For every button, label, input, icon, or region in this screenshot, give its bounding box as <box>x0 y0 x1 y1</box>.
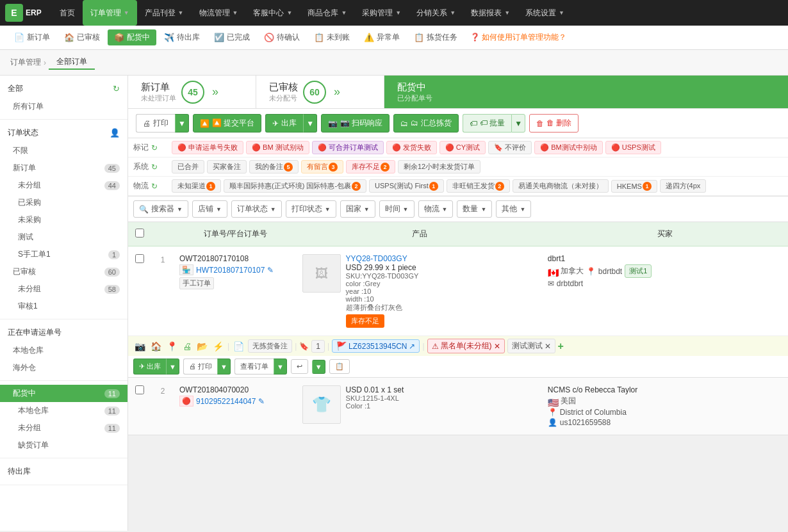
sidebar-status-unlimited[interactable]: 不限 <box>0 142 127 159</box>
nav-distribution[interactable]: 分销关系 ▼ <box>409 0 463 26</box>
help-button[interactable]: ❓ 如何使用订单管理功能？ <box>470 32 566 43</box>
row1-product-name[interactable]: YYQ28-TD003GY <box>346 254 538 263</box>
outbound-button[interactable]: ✈ 出库 <box>265 114 303 133</box>
sidebar-shipping-local[interactable]: 本地仓库 <box>0 342 127 359</box>
sidebar-status-new[interactable]: 新订单 45 <box>0 159 127 177</box>
row1-action-print[interactable]: 🖨 <box>181 341 193 351</box>
subnav-pick-task[interactable]: 📋 拣货任务 <box>407 29 464 45</box>
remove-tag-icon[interactable]: ✕ <box>545 342 551 351</box>
tag-12h-unsent[interactable]: 剩余12小时未发货订单 <box>398 160 480 173</box>
tag-4px[interactable]: 递四方(4px <box>660 179 706 193</box>
nav-product-listing[interactable]: 产品刊登 ▼ <box>137 0 192 26</box>
tag-cy-test[interactable]: 🔴 CY测试 <box>439 141 486 154</box>
logistics-dropdown[interactable]: 物流 ▼ <box>418 200 454 218</box>
quantity-dropdown[interactable]: 数量 ▼ <box>457 200 492 218</box>
subnav-not-arrived[interactable]: 📋 未到账 <box>308 29 356 45</box>
outbound-dropdown[interactable]: ▼ <box>303 114 317 133</box>
tag-merged[interactable]: 已合并 <box>172 160 204 173</box>
collect-button[interactable]: 🗂 🗂 汇总拣货 <box>393 114 458 133</box>
delete-button[interactable]: 🗑 🗑 删除 <box>529 114 579 133</box>
breadcrumb-parent[interactable]: 订单管理 <box>10 57 41 68</box>
tag-merge-test[interactable]: 🔴 可合并订单测试 <box>312 141 384 154</box>
sidebar-status-icon[interactable]: 👤 <box>110 128 120 138</box>
row2-platform-link[interactable]: 91029522144047 <box>196 397 256 406</box>
row1-action-note[interactable]: 📄 <box>232 341 245 351</box>
row2-checkbox[interactable] <box>128 383 151 399</box>
row1-outbound-btn[interactable]: ✈ 出库 <box>133 359 166 375</box>
tag-message[interactable]: 有留言3 <box>301 160 343 173</box>
print-button[interactable]: 🖨 打印 <box>136 114 175 133</box>
tag-stock-out[interactable]: 库存不足2 <box>346 160 395 173</box>
nav-logistics[interactable]: 物流管理 ▼ <box>192 0 246 26</box>
country-dropdown[interactable]: 国家 ▼ <box>340 200 375 218</box>
row1-platform-link[interactable]: HWT201807170107 <box>196 266 265 275</box>
row1-view-btn[interactable]: 查看订单 <box>234 359 274 375</box>
tag-sf-express[interactable]: 顺丰国际持惠(正式环境) 国际特惠-包裹2 <box>224 179 366 193</box>
tag-ship-fail[interactable]: 🔴 发货失败 <box>386 141 437 154</box>
print-status-dropdown[interactable]: 打印状态 ▼ <box>286 200 336 218</box>
nav-warehouse[interactable]: 商品仓库 ▼ <box>300 0 354 26</box>
sidebar-status-test[interactable]: 测试 <box>0 229 127 246</box>
sidebar-distributing-ungroup[interactable]: 未分组 11 <box>0 419 127 437</box>
sidebar-status-reviewed[interactable]: 已审核 60 <box>0 263 127 280</box>
row1-print-btn[interactable]: 🖨 打印 <box>183 359 217 375</box>
subnav-new-order[interactable]: 📄 新订单 <box>8 29 56 45</box>
row1-outbound-dropdown[interactable]: ▼ <box>166 359 179 375</box>
sidebar-status-purchased[interactable]: 已采购 <box>0 194 127 211</box>
sidebar-distributing-local[interactable]: 本地仓库 11 <box>0 402 127 419</box>
store-dropdown[interactable]: 店铺 ▼ <box>192 200 227 218</box>
search-dropdown[interactable]: 🔍 搜索器 ▼ <box>133 200 188 218</box>
bookmark-icon[interactable]: 🔖 <box>299 342 309 351</box>
scan-button[interactable]: 📷 📷 扫码响应 <box>321 114 390 133</box>
subnav-abnormal[interactable]: ⚠️ 异常单 <box>357 29 406 45</box>
tag-my-note[interactable]: 我的备注5 <box>249 160 299 173</box>
tag-unknown-channel[interactable]: 未知渠道1 <box>172 179 221 193</box>
sidebar-distributing-header[interactable]: 配货中 11 <box>0 385 127 402</box>
subnav-distributing[interactable]: 📦 配货中 <box>108 29 156 45</box>
subnav-reviewed[interactable]: 🏠 已审核 <box>58 29 106 45</box>
sidebar-distributing-shortage[interactable]: 缺货订单 <box>0 437 127 454</box>
logistics-refresh-icon[interactable]: ↻ <box>151 182 158 191</box>
tag-buyer-note[interactable]: 买家备注 <box>207 160 247 173</box>
row1-view-dropdown[interactable]: ▼ <box>274 359 287 375</box>
sidebar-status-not-purchased[interactable]: 未采购 <box>0 211 127 229</box>
nav-customer-service[interactable]: 客服中心 ▼ <box>245 0 300 26</box>
row1-tracking-link[interactable]: ↗ <box>409 342 415 351</box>
sidebar-status-reviewed-ungroup[interactable]: 未分组 58 <box>0 280 127 298</box>
subnav-pending-outbound[interactable]: ✈️ 待出库 <box>158 29 206 45</box>
nav-order-management[interactable]: 订单管理 ▼ <box>83 0 137 26</box>
time-dropdown[interactable]: 时间 ▼ <box>379 200 415 218</box>
row1-edit-icon[interactable]: ✎ <box>267 266 274 275</box>
sidebar-item-all-orders[interactable]: 所有订单 <box>0 98 127 115</box>
row1-action-camera[interactable]: 📷 <box>133 341 147 351</box>
select-all-checkbox[interactable] <box>135 229 144 238</box>
sidebar-status-ungroup[interactable]: 未分组 44 <box>0 177 127 194</box>
tag-non-wangxiao[interactable]: 非旺销王发货2 <box>447 179 510 193</box>
row1-back-btn[interactable]: ↩ <box>291 359 308 374</box>
submit-platform-button[interactable]: 🔼 🔼 提交平台 <box>193 114 261 133</box>
tag-usps-test[interactable]: 🔴 USPS测试 <box>605 141 661 154</box>
nav-procurement[interactable]: 采购管理 ▼ <box>354 0 409 26</box>
sidebar-refresh-icon[interactable]: ↻ <box>113 84 120 93</box>
sidebar-status-manual[interactable]: S手工单1 1 <box>0 246 127 263</box>
nav-reports[interactable]: 数据报表 ▼ <box>463 0 518 26</box>
row1-tracking-num[interactable]: 🚩 LZ623513945CN ↗ <box>332 339 420 353</box>
tag-apply-fail[interactable]: 🔴 申请运单号失败 <box>172 141 243 154</box>
tag-hkems[interactable]: HKEMS1 <box>611 180 657 193</box>
row1-copy-btn[interactable]: 📋 <box>329 359 350 374</box>
row1-action-lightning[interactable]: ⚡ <box>211 341 225 351</box>
refresh-icon[interactable]: ↻ <box>151 143 158 152</box>
row1-action-folder[interactable]: 📂 <box>195 341 209 351</box>
row1-print-dropdown[interactable]: ▼ <box>217 359 231 375</box>
row1-add-label[interactable]: + <box>558 341 564 352</box>
row1-test-tag[interactable]: 测试测试 ✕ <box>507 339 555 353</box>
row1-blacklist[interactable]: ⚠ 黑名单(未分组) ✕ <box>427 339 505 353</box>
row1-stock-status[interactable]: 库存不足 <box>346 314 384 328</box>
subnav-pending-confirm[interactable]: 🚫 待确认 <box>258 29 306 45</box>
row1-back-dropdown[interactable]: ▼ <box>312 360 325 374</box>
nav-settings[interactable]: 系统设置 ▼ <box>518 0 572 26</box>
batch-button[interactable]: 🏷 🏷 批量 <box>463 114 511 133</box>
remove-icon[interactable]: ✕ <box>494 342 500 351</box>
tag-bm-test[interactable]: 🔴 BM 测试别动 <box>246 141 309 154</box>
system-refresh-icon[interactable]: ↻ <box>151 163 158 172</box>
